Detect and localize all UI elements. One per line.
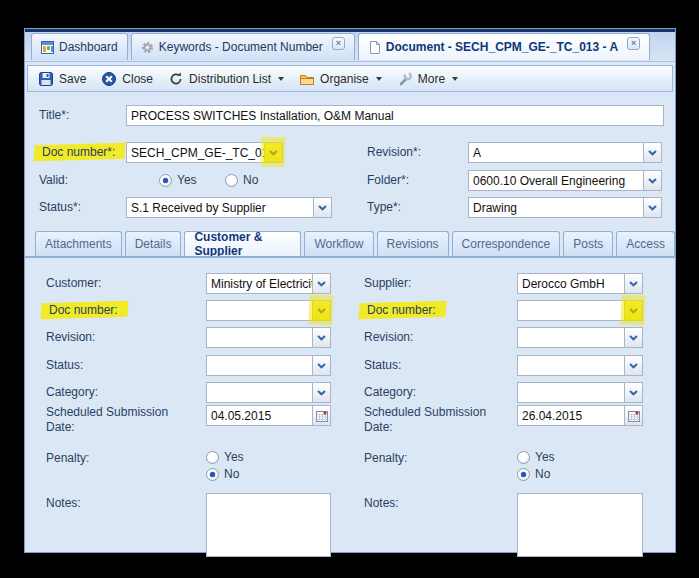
customer-doc-number-label: Doc number: [46, 300, 121, 320]
revision-combo[interactable]: A [468, 142, 662, 163]
radio-unselected-icon [206, 451, 219, 464]
customer-penalty-no-radio[interactable]: No [206, 466, 239, 482]
supplier-date-picker-trigger[interactable] [624, 406, 642, 425]
toolbar: Save Close Distribution List Organise [27, 65, 673, 92]
close-label: Close [122, 72, 153, 86]
customer-notes-textarea[interactable] [206, 493, 331, 557]
distribution-list-button[interactable]: Distribution List [164, 69, 291, 89]
customer-sched-date-input[interactable] [207, 406, 312, 425]
tab-label: Document - SECH_CPM_GE-_TC_013 - A [386, 40, 618, 54]
doc-number-combo-trigger[interactable] [264, 143, 282, 162]
chevron-down-icon [317, 363, 326, 369]
supplier-status-combo[interactable] [517, 355, 643, 376]
refresh-circle-icon [168, 71, 184, 87]
close-circle-icon [101, 71, 117, 87]
customer-penalty-label: Penalty: [46, 448, 89, 468]
supplier-penalty-yes-radio[interactable]: Yes [517, 449, 555, 465]
type-combo[interactable]: Drawing [468, 197, 662, 218]
customer-notes-label: Notes: [46, 493, 81, 513]
supplier-notes-textarea[interactable] [517, 493, 643, 557]
customer-revision-combo-trigger[interactable] [312, 328, 330, 347]
save-button[interactable]: Save [34, 69, 93, 89]
supplier-category-combo-trigger[interactable] [624, 383, 642, 402]
chevron-down-icon [629, 335, 638, 341]
dashboard-icon [41, 41, 54, 54]
tab-label: Keywords - Document Number [159, 40, 323, 54]
chevron-down-icon [648, 205, 657, 211]
supplier-doc-number-label: Doc number: [364, 300, 439, 320]
detail-tab-separator [25, 256, 675, 258]
title-label: Title*: [39, 105, 69, 125]
customer-date-picker-trigger[interactable] [312, 406, 330, 425]
supplier-penalty-label: Penalty: [364, 448, 407, 468]
close-button[interactable]: Close [97, 69, 160, 89]
revision-combo-trigger[interactable] [643, 143, 661, 162]
folder-combo[interactable]: 0600.10 Overall Engineering [468, 170, 662, 191]
radio-selected-icon [517, 468, 530, 481]
tab-workflow[interactable]: Workflow [304, 231, 373, 256]
doc-number-label: Doc number*: [39, 142, 118, 162]
folder-combo-trigger[interactable] [643, 171, 661, 190]
supplier-sched-date-input[interactable] [518, 406, 624, 425]
customer-category-combo-trigger[interactable] [312, 383, 330, 402]
document-form: Title*: Doc number*: SECH_CPM_GE-_TC_013… [25, 93, 675, 552]
supplier-doc-number-combo[interactable] [517, 300, 643, 321]
customer-doc-number-combo-trigger[interactable] [312, 301, 330, 320]
customer-category-combo[interactable] [206, 382, 331, 403]
customer-combo-trigger[interactable] [312, 274, 330, 293]
screenshot-stage: Dashboard Keywords - Document Number × D… [0, 0, 699, 578]
type-combo-trigger[interactable] [643, 198, 661, 217]
customer-revision-combo[interactable] [206, 327, 331, 348]
organise-label: Organise [320, 72, 369, 86]
supplier-notes-label: Notes: [364, 493, 399, 513]
organise-button[interactable]: Organise [295, 69, 389, 89]
valid-label: Valid: [39, 170, 68, 190]
tab-document-active[interactable]: Document - SECH_CPM_GE-_TC_013 - A × [358, 33, 650, 60]
customer-status-label: Status: [46, 355, 83, 375]
supplier-status-combo-trigger[interactable] [624, 356, 642, 375]
title-input[interactable] [127, 106, 663, 125]
supplier-combo[interactable]: Derocco GmbH [517, 273, 643, 294]
status-combo[interactable]: S.1 Received by Supplier [126, 197, 332, 218]
dropdown-arrow-icon [452, 77, 458, 81]
document-icon [368, 41, 381, 54]
supplier-penalty-no-radio[interactable]: No [517, 466, 550, 482]
tab-dashboard[interactable]: Dashboard [31, 33, 128, 60]
tab-correspondence[interactable]: Correspondence [452, 231, 561, 256]
chevron-down-icon [317, 335, 326, 341]
folder-label: Folder*: [367, 170, 409, 190]
more-button[interactable]: More [393, 69, 465, 89]
chevron-down-icon [269, 150, 278, 156]
supplier-revision-combo[interactable] [517, 327, 643, 348]
tab-details[interactable]: Details [125, 231, 182, 256]
tab-posts[interactable]: Posts [563, 231, 613, 256]
chevron-down-icon [629, 363, 638, 369]
supplier-doc-number-combo-trigger[interactable] [624, 301, 642, 320]
valid-no-radio[interactable]: No [225, 172, 258, 188]
supplier-category-combo[interactable] [517, 382, 643, 403]
dropdown-arrow-icon [376, 77, 382, 81]
customer-combo[interactable]: Ministry of Electricity [206, 273, 331, 294]
tab-revisions[interactable]: Revisions [377, 231, 449, 256]
customer-status-combo[interactable] [206, 355, 331, 376]
tab-attachments[interactable]: Attachments [35, 231, 122, 256]
close-icon[interactable]: × [627, 37, 640, 50]
customer-sched-label: Scheduled Submission Date: [46, 405, 181, 435]
valid-yes-radio[interactable]: Yes [159, 172, 197, 188]
doc-number-combo[interactable]: SECH_CPM_GE-_TC_013 [126, 142, 283, 163]
customer-status-combo-trigger[interactable] [312, 356, 330, 375]
tab-access[interactable]: Access [616, 231, 675, 256]
supplier-revision-combo-trigger[interactable] [624, 328, 642, 347]
supplier-combo-trigger[interactable] [624, 274, 642, 293]
customer-doc-number-combo[interactable] [206, 300, 331, 321]
chevron-down-icon [629, 390, 638, 396]
supplier-category-label: Category: [364, 382, 416, 402]
customer-penalty-yes-radio[interactable]: Yes [206, 449, 244, 465]
supplier-label: Supplier: [364, 273, 411, 293]
chevron-down-icon [317, 390, 326, 396]
status-combo-trigger[interactable] [313, 198, 331, 217]
save-label: Save [59, 72, 86, 86]
tab-keywords[interactable]: Keywords - Document Number × [131, 33, 355, 60]
close-icon[interactable]: × [332, 37, 345, 50]
tab-customer-supplier[interactable]: Customer & Supplier [184, 231, 301, 256]
